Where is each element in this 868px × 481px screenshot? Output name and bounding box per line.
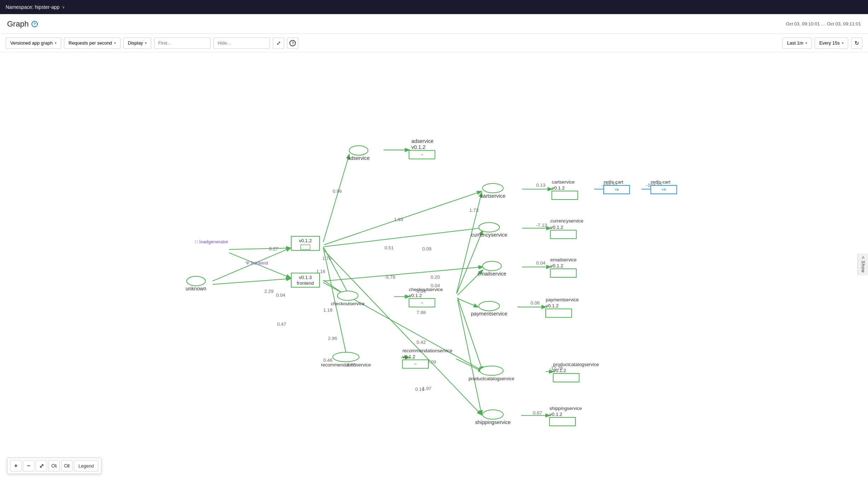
node-redis-cart-2[interactable]: redis-cart ⇒: [651, 179, 676, 194]
node-frontend[interactable]: Ψ frontend: [246, 260, 268, 266]
svg-text:7.98: 7.98: [417, 310, 426, 315]
expand-button[interactable]: ⤢: [273, 37, 284, 49]
node-loadgenerator[interactable]: □ loadgenerator: [195, 239, 229, 244]
svg-text:paymentservice: paymentservice: [471, 311, 508, 317]
toolbar-right: Last 1m ▾ Every 15s ▾ ↻: [782, 37, 862, 49]
node-checkoutservice[interactable]: checkoutservice: [331, 291, 365, 306]
namespace-label: Namespace: hipster-app: [6, 4, 60, 10]
svg-text:unknown: unknown: [186, 286, 206, 291]
graph-type-button[interactable]: Versioned app graph ▾: [6, 37, 61, 49]
layout2-button[interactable]: ⬡ 2: [61, 460, 72, 471]
svg-text:redis-cart: redis-cart: [651, 179, 670, 185]
node-currencyservice-v012[interactable]: currencyservice v0.1.2: [550, 218, 583, 238]
svg-text:shippingservice: shippingservice: [475, 419, 511, 425]
node-shippingservice-v012[interactable]: shippingservice v0.1.2: [550, 406, 582, 426]
graph-help-icon[interactable]: ?: [31, 21, 38, 27]
svg-text:2.96: 2.96: [328, 336, 337, 341]
graph-help-button[interactable]: ?: [287, 37, 298, 49]
node-cartservice[interactable]: cartservice: [480, 184, 505, 199]
graph-svg: 0.96 0.27 1.93 0.51 -5.78 1.18 2.29 0.04…: [0, 52, 868, 477]
svg-rect-122: [553, 373, 579, 382]
node-paymentservice[interactable]: paymentservice: [471, 301, 508, 317]
time-range: Oct 03, 09:10:01 … Oct 03, 09:11:01: [786, 21, 861, 27]
legend-label: Legend: [78, 463, 94, 469]
page-header: Graph ? Oct 03, 09:10:01 … Oct 03, 09:11…: [0, 14, 868, 34]
display-button[interactable]: Display ▾: [123, 37, 152, 49]
metric-chevron: ▾: [114, 41, 116, 45]
svg-rect-112: [550, 269, 576, 277]
node-emailservice-v012[interactable]: emailservice v0.1.2: [550, 257, 576, 277]
svg-text:checkoutservice: checkoutservice: [409, 287, 443, 292]
layout2-label: 2: [68, 464, 70, 468]
page-title: Graph: [7, 19, 29, 29]
last-interval-button[interactable]: Last 1m ▾: [782, 37, 812, 49]
svg-text:cartservice: cartservice: [552, 179, 574, 185]
svg-text:1.93: 1.93: [394, 217, 403, 222]
node-frontend-v012[interactable]: v0.1.2: [291, 236, 319, 250]
svg-text:1.70: 1.70: [322, 256, 332, 261]
node-frontend-v013[interactable]: v0.1.3 frontend: [291, 273, 319, 287]
side-panel[interactable]: < Show: [857, 254, 868, 276]
zoom-out-button[interactable]: −: [23, 460, 34, 471]
node-checkoutservice-v012[interactable]: checkoutservice v0.1.2 →: [409, 287, 443, 307]
svg-text:adservice: adservice: [347, 155, 370, 161]
svg-text:v0.1.2: v0.1.2: [299, 238, 312, 243]
namespace-selector[interactable]: Namespace: hipster-app ∨: [6, 4, 65, 10]
svg-text:v0.1.2: v0.1.2: [409, 293, 422, 298]
svg-text:v0.1.2: v0.1.2: [553, 368, 566, 373]
node-redis-cart-1[interactable]: redis-cart ⇒: [604, 179, 629, 194]
graph-type-label: Versioned app graph: [10, 40, 53, 46]
svg-text:adservice: adservice: [411, 138, 434, 144]
svg-line-7: [324, 228, 483, 247]
find-input[interactable]: [154, 37, 211, 49]
layout1-button[interactable]: ⬡ 1: [48, 460, 60, 471]
svg-text:0.13: 0.13: [536, 182, 545, 188]
node-adservice[interactable]: adservice: [347, 146, 370, 161]
svg-text:0.27: 0.27: [269, 246, 278, 251]
svg-text:2.29: 2.29: [264, 289, 274, 294]
svg-text:⇒: ⇒: [661, 186, 666, 192]
node-cartservice-v012[interactable]: cartservice v0.1.2: [552, 179, 577, 199]
expand-icon: ⤢: [276, 40, 281, 46]
svg-text:v0.1.3: v0.1.3: [299, 275, 312, 280]
svg-text:redis-cart: redis-cart: [604, 179, 623, 185]
svg-text:v0.1.2: v0.1.2: [403, 354, 415, 359]
last-interval-label: Last 1m: [787, 40, 803, 46]
svg-text:→: →: [413, 361, 417, 366]
svg-text:→: →: [420, 300, 424, 305]
node-unknown[interactable]: unknown: [186, 276, 206, 291]
svg-text:v0.1.2: v0.1.2: [546, 303, 558, 308]
legend-button[interactable]: Legend: [74, 460, 98, 471]
svg-text:frontend: frontend: [297, 280, 314, 286]
node-productcatalogservice-v012[interactable]: productcatalogservice v0.1.2: [553, 362, 599, 382]
side-panel-label: < Show: [861, 256, 866, 273]
svg-point-74: [349, 146, 368, 155]
refresh-button[interactable]: ↻: [851, 37, 862, 49]
svg-rect-117: [546, 309, 571, 317]
refresh-interval-button[interactable]: Every 15s ▾: [815, 37, 848, 49]
svg-text:Ψ frontend: Ψ frontend: [246, 260, 268, 266]
bottom-toolbar: + − ⤢ ⬡ 1 ⬡ 2 Legend: [7, 458, 101, 474]
metric-label: Requests per second: [69, 40, 112, 46]
top-bar: Namespace: hipster-app ∨: [0, 0, 868, 14]
svg-text:0.42: 0.42: [417, 340, 426, 345]
toolbar: Versioned app graph ▾ Requests per secon…: [0, 34, 868, 52]
fit-button[interactable]: ⤢: [36, 460, 47, 471]
svg-text:productcatalogservice: productcatalogservice: [553, 362, 599, 367]
svg-text:recommendationservice: recommendationservice: [403, 348, 453, 353]
graph-container[interactable]: 0.96 0.27 1.93 0.51 -5.78 1.18 2.29 0.04…: [0, 52, 868, 477]
node-adservice-v012[interactable]: adservice v0.1.2 →: [409, 138, 435, 159]
svg-point-103: [479, 222, 500, 232]
node-paymentservice-v012[interactable]: paymentservice v0.1.2: [546, 297, 579, 317]
node-currencyservice[interactable]: currencyservice: [471, 222, 508, 238]
hide-input[interactable]: [213, 37, 270, 49]
node-shippingservice[interactable]: shippingservice: [475, 410, 511, 425]
svg-text:-7.13: -7.13: [536, 222, 547, 228]
svg-text:0.16: 0.16: [415, 387, 424, 392]
node-emailservice[interactable]: emailservice: [477, 261, 506, 277]
zoom-in-icon: +: [14, 463, 17, 469]
zoom-in-button[interactable]: +: [10, 460, 22, 471]
svg-line-4: [323, 155, 349, 242]
svg-point-118: [480, 366, 503, 376]
metric-button[interactable]: Requests per second ▾: [64, 37, 121, 49]
